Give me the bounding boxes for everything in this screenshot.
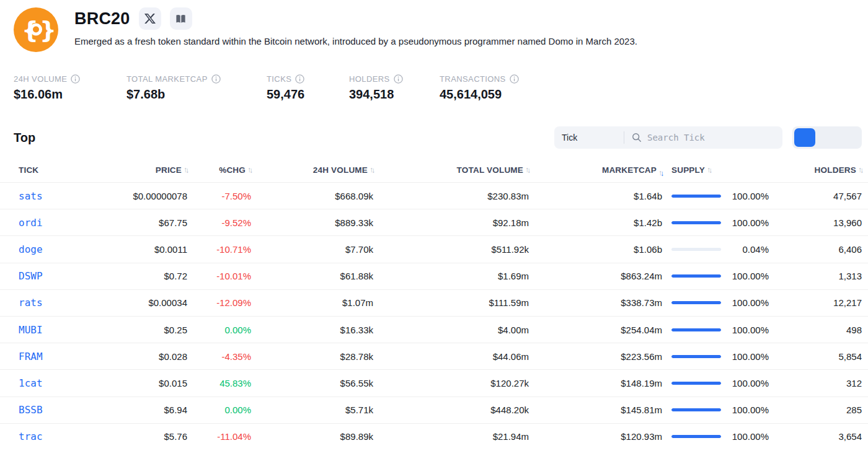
search-icon [632, 133, 642, 142]
holders-cell: 5,854 [814, 351, 862, 362]
table-row[interactable]: doge $0.0011 -10.71% $7.70k $511.92k $1.… [0, 235, 868, 262]
sort-arrows-icon[interactable]: ↑↓ [525, 165, 529, 174]
volume-24h-cell: $668.09k [251, 191, 373, 201]
filter-button[interactable] [815, 128, 838, 147]
tick-link[interactable]: rats [19, 297, 43, 309]
supply-cell: 100.00% [662, 431, 814, 442]
table-row[interactable]: BSSB $6.94 0.00% $5.71k $448.20k $145.81… [0, 397, 868, 423]
info-icon[interactable] [295, 74, 304, 84]
docs-button[interactable] [170, 7, 192, 30]
supply-progress-bar [671, 248, 721, 251]
column-header-price[interactable]: PRICE↑↓ [112, 165, 187, 175]
supply-cell: 0.04% [662, 244, 814, 255]
column-header-marketcap[interactable]: MARKETCAP↑↓ [529, 162, 662, 177]
tick-cell: BSSB [19, 404, 112, 416]
sort-arrows-icon[interactable]: ↑↓ [370, 165, 373, 174]
page-title: BRC20 [74, 9, 130, 28]
tick-link[interactable]: DSWP [19, 270, 43, 282]
sort-arrows-icon[interactable]: ↑↓ [247, 165, 251, 174]
chg-cell: -4.35% [187, 351, 251, 362]
tick-link[interactable]: FRAM [19, 351, 43, 362]
holders-cell: 47,567 [814, 191, 862, 201]
marketcap-cell: $1.64b [529, 191, 662, 201]
stat-label: TRANSACTIONS [440, 74, 519, 84]
holders-cell: 3,654 [814, 431, 862, 442]
supply-percent: 100.00% [729, 431, 769, 442]
table-row[interactable]: ordi $67.75 -9.52% $889.33k $92.18m $1.4… [0, 209, 868, 235]
sort-arrows-icon[interactable]: ↑↓ [184, 165, 187, 174]
status-filter-group [792, 126, 862, 149]
tick-link[interactable]: 1cat [19, 377, 43, 389]
stat-block: 24H VOLUME $16.06m [14, 74, 126, 102]
stat-value: 59,476 [267, 87, 349, 102]
tick-link[interactable]: sats [19, 190, 43, 202]
sort-arrows-icon[interactable]: ↑↓ [858, 165, 862, 174]
chg-cell: 0.00% [187, 325, 251, 335]
marketcap-cell: $148.19m [529, 378, 662, 388]
twitter-x-button[interactable] [139, 7, 161, 30]
table-row[interactable]: MUBI $0.25 0.00% $16.33k $4.00m $254.04m… [0, 316, 868, 343]
tick-link[interactable]: doge [19, 243, 43, 255]
svg-text:}: } [40, 16, 56, 43]
filter-button[interactable] [794, 128, 815, 147]
info-icon[interactable] [211, 74, 221, 84]
supply-progress-bar [671, 221, 721, 224]
tick-cell: trac [19, 431, 112, 442]
section-title: Top [14, 131, 35, 145]
total-volume-cell: $4.00m [373, 325, 529, 335]
sort-arrows-icon[interactable]: ↑↓ [707, 165, 711, 174]
filter-button[interactable] [838, 128, 860, 147]
stat-label: TICKS [267, 74, 349, 84]
table-row[interactable]: rats $0.00034 -12.09% $1.07m $111.59m $3… [0, 289, 868, 316]
supply-cell: 100.00% [662, 351, 814, 362]
info-icon[interactable] [510, 74, 519, 84]
total-volume-cell: $120.27k [373, 378, 529, 388]
column-header-chg[interactable]: %CHG↑↓ [187, 165, 251, 175]
total-volume-cell: $21.94m [373, 431, 529, 442]
table-row[interactable]: trac $5.76 -11.04% $89.89k $21.94m $120.… [0, 423, 868, 450]
marketcap-cell: $254.04m [529, 325, 662, 335]
supply-cell: 100.00% [662, 217, 814, 228]
supply-percent: 100.00% [729, 191, 769, 201]
list-controls: Top Tick [0, 126, 868, 149]
marketcap-cell: $1.42b [529, 217, 662, 228]
volume-24h-cell: $16.33k [251, 325, 373, 335]
supply-percent: 100.00% [729, 378, 769, 388]
stat-label: TOTAL MARKETCAP [126, 74, 267, 84]
supply-progress-bar [671, 274, 721, 278]
supply-progress-bar [671, 435, 721, 438]
volume-24h-cell: $61.88k [251, 271, 373, 281]
supply-percent: 100.00% [729, 297, 769, 308]
info-icon[interactable] [394, 74, 403, 84]
column-header-supply[interactable]: SUPPLY↑↓ [662, 165, 814, 175]
table-row[interactable]: DSWP $0.72 -10.01% $61.88k $1.69m $863.2… [0, 263, 868, 289]
table-row[interactable]: 1cat $0.015 45.83% $56.55k $120.27k $148… [0, 369, 868, 396]
tick-cell: doge [19, 243, 112, 255]
tick-link[interactable]: trac [19, 431, 43, 442]
search-box[interactable]: Tick [554, 126, 782, 149]
marketcap-cell: $1.06b [529, 244, 662, 255]
supply-percent: 100.00% [729, 271, 769, 281]
stat-block: TICKS 59,476 [267, 74, 349, 102]
column-header-24h-volume[interactable]: 24H VOLUME↑↓ [251, 165, 373, 175]
token-description: Emerged as a fresh token standard within… [74, 36, 637, 46]
column-header-holders[interactable]: HOLDERS↑↓ [814, 165, 862, 175]
sort-arrows-icon[interactable]: ↑↓ [658, 169, 662, 177]
table-row[interactable]: FRAM $0.028 -4.35% $28.78k $44.06m $223.… [0, 343, 868, 369]
column-header-total-volume[interactable]: TOTAL VOLUME↑↓ [373, 165, 529, 175]
info-icon[interactable] [71, 74, 80, 84]
tick-link[interactable]: ordi [19, 217, 43, 229]
search-input[interactable] [647, 133, 775, 142]
marketcap-cell: $145.81m [529, 405, 662, 415]
supply-cell: 100.00% [662, 325, 814, 335]
stat-block: TOTAL MARKETCAP $7.68b [126, 74, 267, 102]
supply-percent: 100.00% [729, 217, 769, 228]
supply-progress-bar [671, 382, 721, 385]
stat-block: TRANSACTIONS 45,614,059 [440, 74, 519, 102]
chg-cell: -10.71% [187, 244, 251, 255]
tick-link[interactable]: BSSB [19, 404, 43, 416]
tick-link[interactable]: MUBI [19, 324, 43, 336]
search-category-select[interactable]: Tick [562, 133, 624, 142]
price-cell: $0.0011 [112, 244, 187, 255]
table-row[interactable]: sats $0.00000078 -7.50% $668.09k $230.83… [0, 182, 868, 209]
